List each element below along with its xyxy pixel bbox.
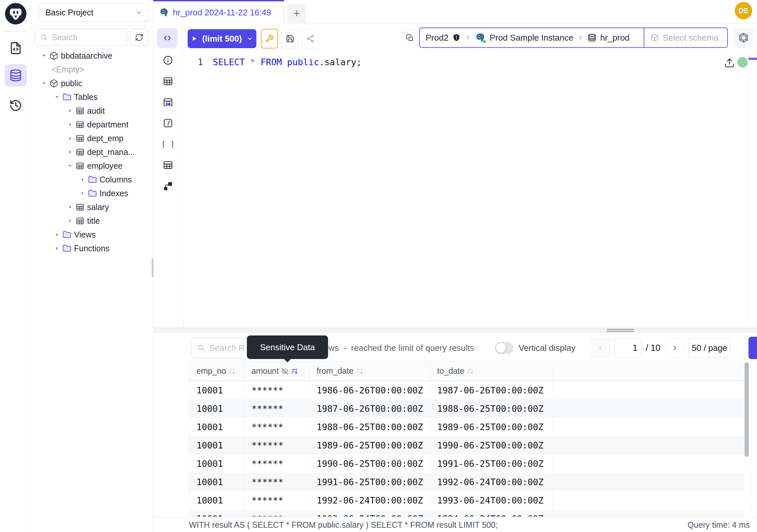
tree-item-public[interactable]: public <box>32 76 153 90</box>
sql-keyword: FROM <box>260 57 282 67</box>
database-nav-icon[interactable] <box>9 69 22 82</box>
share-button[interactable] <box>302 29 319 48</box>
sort-icon[interactable] <box>291 367 298 375</box>
schema-diagram-panel-icon[interactable] <box>163 181 173 191</box>
editor-line-number: 1 <box>189 57 203 67</box>
results-scrollbar-thumb[interactable] <box>744 362 749 457</box>
schema-cube-icon <box>49 79 58 88</box>
openai-icon <box>738 32 749 44</box>
tree-item-indexes[interactable]: Indexes <box>32 186 153 200</box>
sensitive-data-tooltip: Sensitive Data <box>247 335 328 359</box>
sidebar-search[interactable]: Search <box>35 29 127 46</box>
upload-icon[interactable] <box>724 58 735 68</box>
caret-down-icon <box>41 80 47 86</box>
refresh-button[interactable] <box>130 29 148 46</box>
procedures-panel-icon[interactable] <box>163 139 173 149</box>
schema-selector[interactable]: Select schema <box>644 27 728 48</box>
vertical-display-toggle[interactable] <box>495 342 513 354</box>
tree-item-columns[interactable]: Columns <box>32 172 153 186</box>
editor-overview-mark <box>748 58 757 60</box>
panel-splitter[interactable] <box>153 328 757 333</box>
folder-icon <box>63 93 71 102</box>
save-button[interactable] <box>282 29 299 48</box>
batch-query-button[interactable] <box>402 29 418 47</box>
new-tab-button[interactable] <box>288 4 306 23</box>
sidebar-resize-handle[interactable] <box>152 258 154 277</box>
column-header-to-date[interactable]: to_date <box>430 361 552 381</box>
column-header-empty <box>552 361 744 381</box>
table-row: 10001 ****** 1991-06-25T00:00:00Z 1992-0… <box>189 473 744 491</box>
page-number-input[interactable] <box>615 338 641 358</box>
splitter-handle-icon <box>607 329 634 330</box>
result-limit-info: ws - reached the limit of query results <box>328 337 474 359</box>
functions-panel-icon[interactable] <box>163 118 173 128</box>
tree-item-functions[interactable]: Functions <box>32 241 153 255</box>
caret-right-icon <box>54 232 60 237</box>
eye-off-icon[interactable] <box>281 367 288 375</box>
caret-down-icon <box>67 163 73 169</box>
batch-query-icon <box>406 34 414 42</box>
project-selector[interactable]: Basic Project <box>39 3 149 22</box>
database-icon <box>588 33 596 42</box>
next-page-button[interactable] <box>666 338 684 358</box>
sensitive-data-panel-icon[interactable] <box>163 97 173 108</box>
chevron-down-icon <box>135 9 143 16</box>
avatar[interactable]: DE <box>735 2 752 19</box>
tree-item-salary[interactable]: salary <box>32 200 153 214</box>
sql-editor-mode-button[interactable] <box>157 28 177 48</box>
worksheet-icon[interactable] <box>9 42 22 55</box>
tree-item-department[interactable]: department <box>32 118 153 131</box>
chevron-right-icon <box>577 34 584 41</box>
environment-shield-icon <box>452 33 461 42</box>
sql-keyword: SELECT <box>213 57 245 67</box>
folder-icon <box>88 175 97 184</box>
sort-icon[interactable] <box>356 367 363 375</box>
tab-hr-prod[interactable]: hr_prod 2024-11-22 16:49 <box>153 0 284 24</box>
history-icon[interactable] <box>9 99 22 112</box>
splitter-handle-icon <box>607 331 634 332</box>
tree-item-audit[interactable]: audit <box>32 104 153 118</box>
folder-icon <box>63 244 71 253</box>
page-size-select[interactable]: 50 / page <box>689 338 730 358</box>
sort-icon[interactable] <box>467 367 474 375</box>
play-icon <box>191 35 197 42</box>
sql-editor-code[interactable]: SELECT * FROM public .salary; <box>213 57 361 67</box>
format-sql-button[interactable] <box>261 29 278 48</box>
tree-item-views[interactable]: Views <box>32 228 153 241</box>
connection-breadcrumb[interactable]: Prod2 Prod Sample Instance hr_prod <box>419 27 644 48</box>
database-name: hr_prod <box>600 33 630 43</box>
folder-icon <box>63 230 71 239</box>
table-row: 10001 ****** 1988-06-25T00:00:00Z 1989-0… <box>189 418 744 436</box>
tree-item-bbdataarchive[interactable]: bbdataarchive <box>32 49 153 63</box>
tables-panel-icon[interactable] <box>163 76 173 86</box>
bytebase-logo-icon[interactable] <box>5 3 27 25</box>
table-icon <box>76 203 84 212</box>
tree-item-employee[interactable]: employee <box>32 159 153 172</box>
connection-status-dot-icon <box>737 57 748 68</box>
folder-icon <box>88 189 97 198</box>
tree-item-title[interactable]: title <box>32 214 153 228</box>
export-button-clipped[interactable] <box>748 337 757 359</box>
external-tables-panel-icon[interactable] <box>163 160 173 170</box>
tree-item-tables[interactable]: Tables <box>32 90 153 104</box>
table-icon <box>76 148 84 157</box>
chevron-right-icon <box>465 34 471 41</box>
tree-item-dept-emp[interactable]: dept_emp <box>32 131 153 145</box>
prev-page-button[interactable] <box>591 338 610 358</box>
ai-assistant-button[interactable] <box>733 27 754 48</box>
sort-icon[interactable] <box>228 367 236 375</box>
table-row: 10001 ****** 1986-06-26T00:00:00Z 1987-0… <box>189 381 744 399</box>
chevron-down-icon <box>247 35 253 42</box>
results-table-header: emp_no amount from_date to_date <box>189 361 744 381</box>
column-header-emp-no[interactable]: emp_no <box>189 361 244 381</box>
table-icon <box>76 162 84 170</box>
editor-scrollbar-track[interactable] <box>748 52 748 328</box>
info-panel-icon[interactable] <box>163 55 173 66</box>
column-header-from-date[interactable]: from_date <box>309 361 430 381</box>
column-header-amount[interactable]: amount <box>244 361 309 381</box>
schema-placeholder: Select schema <box>663 33 719 43</box>
tree-item-dept-manager[interactable]: dept_mana... <box>32 145 153 159</box>
caret-right-icon <box>67 218 73 224</box>
run-query-button[interactable]: (limit 500) <box>188 29 257 48</box>
vertical-display-label: Vertical display <box>519 337 575 359</box>
